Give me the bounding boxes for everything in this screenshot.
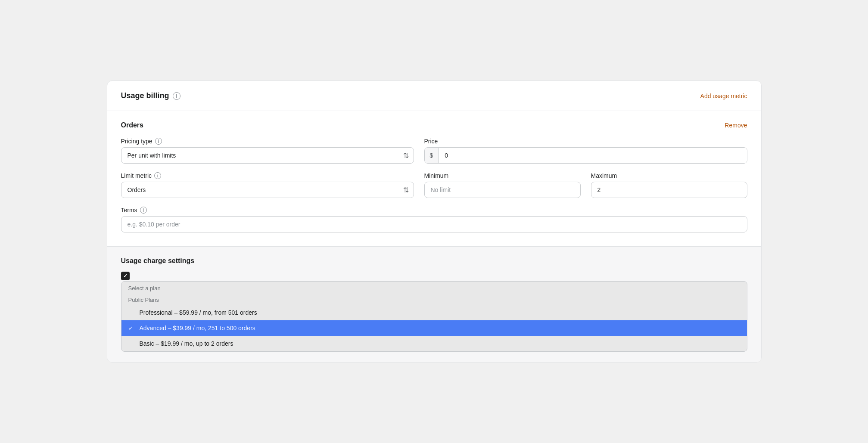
minimum-group: Minimum: [424, 172, 581, 198]
usage-billing-title: Usage billing: [121, 91, 169, 100]
dropdown-checkbox[interactable]: [121, 272, 130, 280]
limit-metric-group: Limit metric i Orders ⇅: [121, 172, 414, 198]
orders-section: Orders Remove Pricing type i Per unit wi…: [107, 111, 761, 247]
limit-metric-label: Limit metric: [121, 172, 152, 179]
price-group: Price $: [424, 138, 747, 164]
pricing-type-info-icon[interactable]: i: [155, 138, 162, 145]
basic-item-label: Basic – $19.99 / mo, up to 2 orders: [140, 340, 740, 347]
usage-billing-card: Usage billing i Add usage metric Orders …: [107, 81, 762, 362]
professional-item-label: Professional – $59.99 / mo, from 501 ord…: [140, 309, 740, 316]
advanced-check-icon: ✓: [128, 325, 135, 331]
dropdown-group-label-public: Public Plans: [121, 293, 747, 305]
maximum-label-wrapper: Maximum: [591, 172, 747, 179]
limit-row: Limit metric i Orders ⇅ Minimum M: [121, 172, 747, 198]
usage-charge-section: Usage charge settings Select a plan Publ…: [107, 247, 761, 362]
orders-title: Orders: [121, 121, 143, 129]
dropdown-item-advanced[interactable]: ✓ Advanced – $39.99 / mo, 251 to 500 ord…: [121, 320, 747, 336]
dropdown-open-menu: Select a plan Public Plans Professional …: [121, 281, 747, 352]
title-group: Usage billing i: [121, 91, 180, 100]
pricing-price-row: Pricing type i Per unit with limits ⇅ Pr…: [121, 138, 747, 164]
limit-metric-label-group: Limit metric i: [121, 172, 414, 179]
minimum-label: Minimum: [424, 172, 449, 179]
plan-dropdown-container: Select a plan Public Plans Professional …: [121, 272, 747, 352]
advanced-item-label: Advanced – $39.99 / mo, 251 to 500 order…: [140, 325, 740, 331]
dropdown-group-label-select: Select a plan: [121, 282, 747, 293]
usage-billing-info-icon[interactable]: i: [173, 92, 180, 100]
limit-metric-select[interactable]: Orders: [121, 182, 414, 198]
terms-label-group: Terms i: [121, 207, 747, 214]
remove-button[interactable]: Remove: [725, 122, 747, 129]
price-input-wrapper: $: [424, 147, 747, 164]
add-usage-metric-button[interactable]: Add usage metric: [700, 93, 747, 99]
limit-metric-select-wrapper: Orders ⇅: [121, 182, 414, 198]
price-label-group: Price: [424, 138, 747, 145]
terms-row: Terms i: [121, 207, 747, 232]
minimum-input[interactable]: [424, 182, 581, 198]
limit-metric-info-icon[interactable]: i: [154, 172, 161, 179]
pricing-type-group: Pricing type i Per unit with limits ⇅: [121, 138, 414, 164]
dropdown-item-professional[interactable]: Professional – $59.99 / mo, from 501 ord…: [121, 305, 747, 320]
pricing-type-label: Pricing type: [121, 138, 152, 145]
dropdown-item-basic[interactable]: Basic – $19.99 / mo, up to 2 orders: [121, 336, 747, 351]
maximum-input[interactable]: [591, 182, 747, 198]
price-input[interactable]: [439, 148, 747, 163]
price-label: Price: [424, 138, 438, 145]
terms-info-icon[interactable]: i: [140, 207, 147, 214]
usage-billing-header: Usage billing i Add usage metric: [107, 81, 761, 111]
minimum-label-wrapper: Minimum: [424, 172, 581, 179]
terms-group: Terms i: [121, 207, 747, 232]
pricing-type-label-group: Pricing type i: [121, 138, 414, 145]
maximum-group: Maximum: [591, 172, 747, 198]
orders-header: Orders Remove: [121, 121, 747, 129]
terms-label: Terms: [121, 207, 137, 214]
pricing-type-select-wrapper: Per unit with limits ⇅: [121, 147, 414, 164]
pricing-type-select[interactable]: Per unit with limits: [121, 147, 414, 164]
dropdown-trigger[interactable]: [121, 272, 747, 280]
usage-charge-title: Usage charge settings: [121, 257, 747, 265]
terms-input[interactable]: [121, 216, 747, 232]
price-currency-symbol: $: [425, 148, 439, 163]
maximum-label: Maximum: [591, 172, 617, 179]
